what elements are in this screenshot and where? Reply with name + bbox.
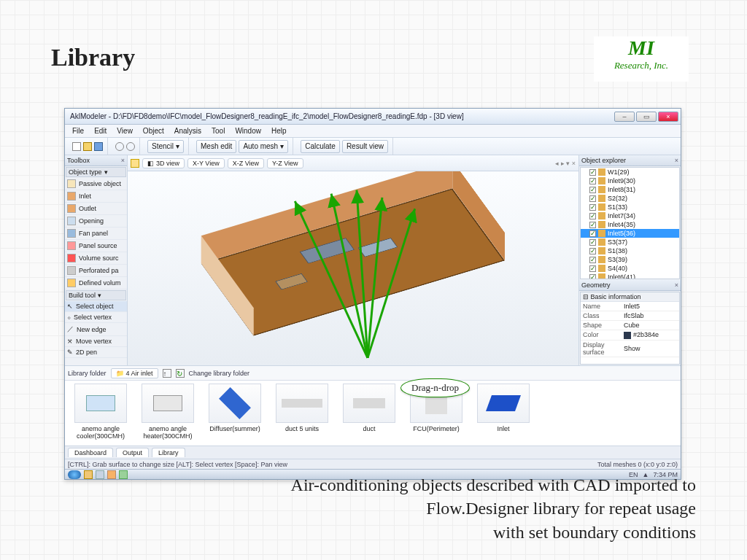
logo-sub: Research, Inc. (594, 60, 689, 71)
toolbox-item-outlet[interactable]: Outlet (79, 205, 96, 212)
minimize-button[interactable]: – (614, 112, 635, 122)
taskbar-app-icon[interactable] (96, 470, 104, 479)
tab-3d-view[interactable]: ◧3D view (142, 158, 185, 168)
geom-val-class[interactable]: IfcSlab (622, 311, 679, 321)
tree-item[interactable]: S1(38) (608, 247, 627, 254)
toolbox-item-fan-panel[interactable]: Fan panel (79, 230, 108, 237)
tree-item[interactable]: Inlet7(34) (608, 212, 635, 219)
tab-xz[interactable]: X-Z View (228, 158, 264, 168)
menu-object[interactable]: Object (139, 125, 169, 136)
tab-output[interactable]: Output (116, 448, 149, 457)
menu-file[interactable]: File (68, 125, 88, 136)
new-edge-icon: ／ (67, 324, 74, 334)
checkbox-icon[interactable] (589, 213, 596, 219)
build-new-edge[interactable]: New edge (77, 326, 107, 333)
build-2d-pen[interactable]: 2D pen (76, 349, 97, 356)
redo-icon[interactable] (126, 142, 135, 151)
inlet-icon (67, 192, 76, 201)
auto-mesh-button[interactable]: Auto mesh ▾ (239, 140, 288, 153)
tree-item[interactable]: S1(33) (608, 203, 627, 211)
object-tree[interactable]: W1(29) Inlet9(30) Inlet8(31) S2(32) S1(3… (580, 167, 680, 279)
menu-view[interactable]: View (112, 125, 137, 136)
lib-item-diffuser[interactable]: Diffuser(summer) (204, 384, 266, 443)
close-button[interactable]: × (658, 112, 678, 122)
tab-dashboard[interactable]: Dashboard (68, 448, 113, 457)
geom-val-name[interactable]: Inlet5 (622, 302, 679, 311)
build-move-vertex[interactable]: Move vertex (76, 338, 112, 345)
lib-item-duct[interactable]: duct (338, 384, 400, 443)
checkbox-icon[interactable] (589, 274, 596, 280)
tree-item-selected[interactable]: Inlet5(36) (608, 230, 635, 237)
lib-item-anemo-heater[interactable]: anemo angle heater(300CMH) (136, 384, 199, 443)
tree-item[interactable]: Inlet4(35) (608, 221, 635, 228)
checkbox-icon[interactable] (589, 230, 596, 237)
toolbox-item-volume-source[interactable]: Volume sourc (79, 254, 119, 262)
tree-item[interactable]: S3(37) (608, 238, 627, 246)
toolbox-item-defined-volume[interactable]: Defined volum (79, 279, 121, 287)
checkbox-icon[interactable] (589, 265, 596, 272)
checkbox-icon[interactable] (589, 257, 596, 263)
refresh-icon[interactable]: ↻ (176, 369, 185, 378)
checkbox-icon[interactable] (589, 169, 596, 176)
toolbox-close-icon[interactable]: × (121, 157, 125, 164)
lib-item-inlet[interactable]: Inlet (472, 384, 535, 443)
tree-item[interactable]: Inlet8(31) (608, 186, 635, 193)
lib-item-duct5[interactable]: duct 5 units (271, 384, 333, 443)
tree-item[interactable]: Inlet6(41) (608, 273, 635, 279)
menu-help[interactable]: Help (267, 125, 291, 136)
checkbox-icon[interactable] (589, 195, 596, 202)
menu-tool[interactable]: Tool (207, 125, 229, 136)
start-button[interactable] (68, 470, 81, 479)
tab-yz[interactable]: Y-Z View (267, 158, 303, 168)
result-view-button[interactable]: Result view (342, 140, 388, 153)
tree-item[interactable]: W1(29) (608, 168, 630, 176)
change-library-link[interactable]: Change library folder (189, 370, 250, 377)
tree-item[interactable]: Inlet9(30) (608, 177, 635, 184)
up-icon[interactable]: ↑ (163, 369, 171, 378)
build-select-vertex[interactable]: Select vertex (74, 314, 112, 321)
build-tool-section: Build tool (69, 292, 96, 299)
geom-val-display[interactable]: Show (622, 340, 679, 357)
toolbox-item-opening[interactable]: Opening (79, 217, 104, 225)
build-select-object[interactable]: Select object (76, 303, 114, 310)
geom-val-shape[interactable]: Cube (622, 321, 679, 330)
toolbox-item-panel-source[interactable]: Panel source (79, 242, 117, 249)
geom-val-color[interactable]: #2b384e (622, 330, 679, 341)
checkbox-icon[interactable] (589, 248, 596, 254)
geom-key-display: Display surface (581, 340, 622, 357)
tree-item[interactable]: S2(32) (608, 195, 627, 202)
logo-main: MI (594, 36, 689, 60)
checkbox-icon[interactable] (589, 204, 596, 211)
mesh-edit-button[interactable]: Mesh edit (196, 140, 236, 153)
library-folder-dropdown[interactable]: 📁4 Air inlet (111, 368, 158, 378)
tree-item[interactable]: S4(40) (608, 265, 627, 272)
tab-library[interactable]: Library (152, 448, 185, 457)
new-icon[interactable] (72, 142, 81, 151)
maximize-button[interactable]: ▭ (636, 112, 657, 122)
toolbox-item-perforated[interactable]: Perforated pa (79, 267, 119, 274)
toolbox-item-inlet[interactable]: Inlet (79, 192, 91, 200)
passive-object-item[interactable]: Passive object (79, 180, 121, 187)
tree-item[interactable]: S3(39) (608, 256, 627, 263)
menu-window[interactable]: Window (231, 125, 266, 136)
explorer-close-icon[interactable]: × (675, 157, 678, 164)
checkbox-icon[interactable] (589, 178, 596, 184)
calculate-button[interactable]: Calculate (301, 140, 340, 153)
home-icon[interactable] (131, 159, 139, 168)
tab-xy[interactable]: X-Y View (187, 158, 225, 168)
open-icon[interactable] (83, 142, 92, 151)
stencil-dropdown[interactable]: Stencil ▾ (147, 140, 184, 153)
lib-label: duct (363, 425, 375, 432)
taskbar-app-icon[interactable] (84, 470, 93, 479)
view-tab-controls[interactable]: ◂ ▸ ▾ × (555, 160, 576, 167)
checkbox-icon[interactable] (589, 187, 596, 193)
viewport-3d[interactable] (128, 171, 578, 365)
menu-edit[interactable]: Edit (90, 125, 111, 136)
save-icon[interactable] (94, 142, 103, 151)
geometry-close-icon[interactable]: × (675, 281, 678, 289)
lib-item-anemo-cooler[interactable]: anemo angle cooler(300CMH) (69, 384, 132, 443)
menu-analysis[interactable]: Analysis (170, 125, 206, 136)
undo-icon[interactable] (115, 142, 124, 151)
checkbox-icon[interactable] (589, 222, 596, 228)
checkbox-icon[interactable] (589, 239, 596, 246)
